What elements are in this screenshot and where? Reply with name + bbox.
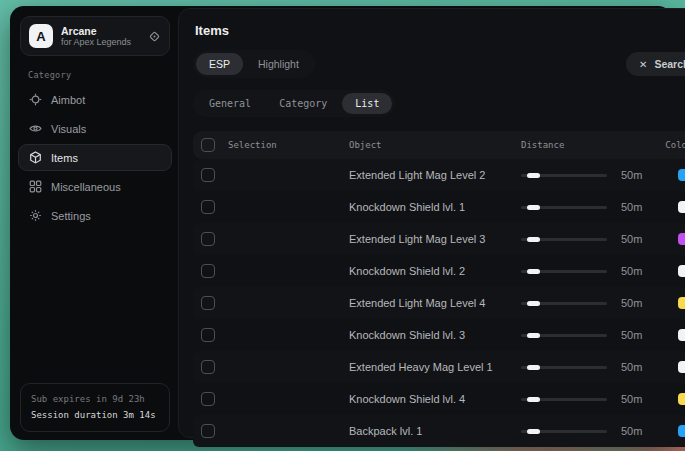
subscription-expiry: Sub expires in 9d 23h [31, 392, 159, 407]
object-name: Extended Light Mag Level 2 [349, 169, 521, 181]
crosshair-icon [29, 93, 42, 106]
sidebar-item-items[interactable]: Items [18, 144, 172, 171]
session-box: Sub expires in 9d 23h Session duration 3… [20, 383, 170, 432]
row-checkbox[interactable] [201, 424, 215, 438]
color-swatch[interactable] [678, 265, 685, 277]
slider-thumb[interactable] [527, 365, 540, 371]
mode-tabs: ESPHighlight [193, 50, 315, 78]
slider-thumb[interactable] [527, 397, 540, 403]
search-button[interactable]: ✕ Search [626, 52, 685, 76]
table-row: Extended Light Mag Level 2 50m [193, 159, 685, 191]
sidebar-nav: Aimbot Visuals Items Miscellaneous Setti… [18, 86, 172, 229]
distance-slider[interactable] [521, 170, 607, 180]
distance-value: 50m [621, 265, 642, 277]
session-duration: Session duration 3m 14s [31, 408, 159, 423]
sidebar-item-label: Aimbot [51, 94, 85, 106]
items-table: Selection Object Distance Color Extended… [193, 131, 685, 447]
sidebar-item-label: Settings [51, 210, 91, 222]
slider-thumb[interactable] [527, 301, 540, 307]
distance-slider[interactable] [521, 330, 607, 340]
view-tabs: GeneralCategoryList [193, 90, 395, 117]
row-checkbox[interactable] [201, 264, 215, 278]
color-swatch[interactable] [678, 169, 685, 181]
row-checkbox[interactable] [201, 232, 215, 246]
table-row: Knockdown Shield lvl. 3 50m [193, 319, 685, 351]
distance-slider[interactable] [521, 266, 607, 276]
slider-thumb[interactable] [527, 429, 540, 435]
app-window: A Arcane for Apex Legends Category Aimbo… [10, 6, 672, 440]
slider-thumb[interactable] [527, 173, 540, 179]
brand-logo: A [29, 24, 53, 48]
row-checkbox[interactable] [201, 328, 215, 342]
grid-icon [29, 180, 42, 193]
row-checkbox[interactable] [201, 360, 215, 374]
object-name: Knockdown Shield lvl. 1 [349, 201, 521, 213]
search-icon: ✕ [639, 59, 647, 70]
slider-thumb[interactable] [527, 237, 540, 243]
object-name: Backpack lvl. 1 [349, 425, 521, 437]
sidebar-item-settings[interactable]: Settings [18, 202, 172, 229]
sidebar-item-label: Miscellaneous [51, 181, 121, 193]
table-row: Knockdown Shield lvl. 1 50m [193, 191, 685, 223]
sidebar-item-aimbot[interactable]: Aimbot [18, 86, 172, 113]
table-row: Backpack lvl. 1 50m [193, 415, 685, 447]
table-row: Extended Light Mag Level 3 50m [193, 223, 685, 255]
row-checkbox[interactable] [201, 200, 215, 214]
distance-value: 50m [621, 393, 642, 405]
color-swatch[interactable] [678, 393, 685, 405]
select-all-checkbox[interactable] [201, 138, 215, 152]
color-swatch[interactable] [678, 425, 685, 437]
tab-general[interactable]: General [196, 93, 264, 114]
color-swatch[interactable] [678, 329, 685, 341]
sidebar-item-label: Visuals [51, 123, 86, 135]
column-color: Color [642, 140, 685, 150]
distance-value: 50m [621, 233, 642, 245]
tab-highlight[interactable]: Highlight [245, 53, 312, 75]
color-swatch[interactable] [678, 361, 685, 373]
brand-card: A Arcane for Apex Legends [20, 16, 170, 56]
tab-category[interactable]: Category [266, 93, 340, 114]
distance-slider[interactable] [521, 362, 607, 372]
slider-thumb[interactable] [527, 333, 540, 339]
object-name: Knockdown Shield lvl. 3 [349, 329, 521, 341]
row-checkbox[interactable] [201, 168, 215, 182]
sidebar-item-visuals[interactable]: Visuals [18, 115, 172, 142]
distance-slider[interactable] [521, 234, 607, 244]
brand-subtitle: for Apex Legends [61, 37, 140, 47]
slider-thumb[interactable] [527, 269, 540, 275]
distance-slider[interactable] [521, 202, 607, 212]
table-row: Extended Light Mag Level 4 50m [193, 287, 685, 319]
column-distance: Distance [521, 140, 642, 150]
category-label: Category [28, 70, 172, 80]
sidebar-item-miscellaneous[interactable]: Miscellaneous [18, 173, 172, 200]
cube-icon [29, 151, 42, 164]
sidebar: A Arcane for Apex Legends Category Aimbo… [10, 6, 178, 440]
object-name: Extended Light Mag Level 4 [349, 297, 521, 309]
diamond-badge-icon[interactable] [148, 30, 161, 43]
distance-value: 50m [621, 201, 642, 213]
object-name: Knockdown Shield lvl. 4 [349, 393, 521, 405]
row-checkbox[interactable] [201, 296, 215, 310]
object-name: Knockdown Shield lvl. 2 [349, 265, 521, 277]
table-row: Knockdown Shield lvl. 4 50m [193, 383, 685, 415]
distance-value: 50m [621, 361, 642, 373]
row-checkbox[interactable] [201, 392, 215, 406]
distance-slider[interactable] [521, 394, 607, 404]
eye-icon [29, 122, 42, 135]
object-name: Extended Heavy Mag Level 1 [349, 361, 521, 373]
color-swatch[interactable] [678, 233, 685, 245]
distance-slider[interactable] [521, 426, 607, 436]
tab-esp[interactable]: ESP [196, 53, 243, 75]
column-object: Object [349, 140, 521, 150]
object-name: Extended Light Mag Level 3 [349, 233, 521, 245]
slider-thumb[interactable] [527, 205, 540, 211]
tab-list[interactable]: List [342, 93, 392, 114]
color-swatch[interactable] [678, 201, 685, 213]
search-button-label: Search [654, 58, 685, 70]
sidebar-item-label: Items [51, 152, 78, 164]
distance-slider[interactable] [521, 298, 607, 308]
distance-value: 50m [621, 329, 642, 341]
distance-value: 50m [621, 425, 642, 437]
table-header: Selection Object Distance Color [193, 131, 685, 159]
color-swatch[interactable] [678, 297, 685, 309]
